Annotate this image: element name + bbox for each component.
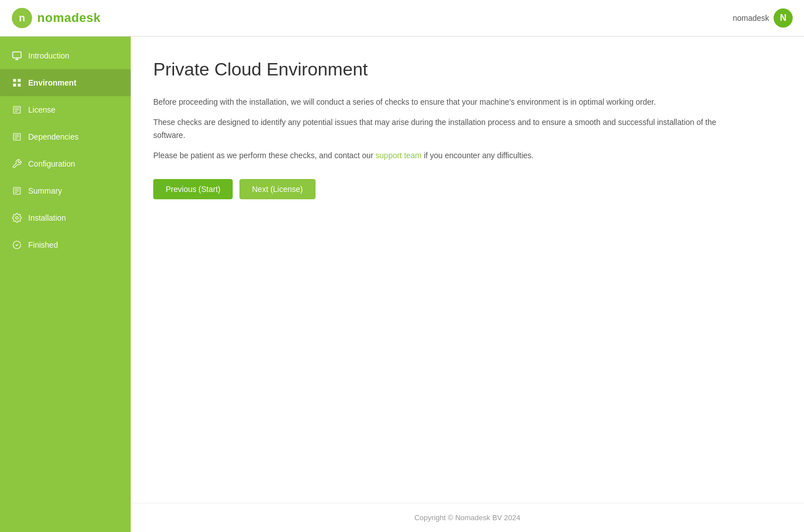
description-paragraph-1: Before proceeding with the installation,…	[153, 96, 745, 108]
svg-rect-2	[13, 52, 21, 58]
sidebar-item-dependencies[interactable]: Dependencies	[0, 123, 131, 150]
avatar: N	[774, 8, 793, 28]
wrench-icon	[11, 158, 23, 169]
previous-button[interactable]: Previous (Start)	[153, 179, 233, 199]
list-icon-license	[11, 104, 23, 115]
username-label: nomadesk	[732, 14, 769, 23]
sidebar-item-installation-label: Installation	[28, 213, 66, 222]
content-body: Private Cloud Environment Before proceed…	[131, 37, 804, 503]
svg-rect-8	[18, 84, 21, 87]
sidebar-item-introduction-label: Introduction	[28, 51, 69, 60]
sidebar-item-environment-label: Environment	[28, 78, 77, 87]
list-icon-dependencies	[11, 131, 23, 142]
support-team-link[interactable]: support team	[376, 151, 422, 160]
top-header: n nomadesk nomadesk N	[0, 0, 804, 37]
monitor-icon	[11, 50, 23, 61]
list-icon-summary	[11, 185, 23, 196]
sidebar-item-dependencies-label: Dependencies	[28, 132, 79, 141]
svg-rect-7	[13, 84, 16, 87]
page-title: Private Cloud Environment	[153, 59, 781, 80]
sidebar-item-finished-label: Finished	[28, 240, 58, 249]
sidebar-item-finished[interactable]: Finished	[0, 231, 131, 258]
sidebar-item-configuration-label: Configuration	[28, 159, 75, 168]
footer-text: Copyright © Nomadesk BV 2024	[414, 513, 520, 522]
sidebar-item-summary[interactable]: Summary	[0, 177, 131, 204]
gear-icon	[11, 212, 23, 223]
description-3-suffix: if you encounter any difficulties.	[421, 151, 534, 160]
sidebar-item-introduction[interactable]: Introduction	[0, 42, 131, 69]
button-row: Previous (Start) Next (License)	[153, 179, 781, 199]
grid-icon	[11, 77, 23, 88]
svg-text:n: n	[19, 12, 25, 24]
main-layout: Introduction Environment License Depende…	[0, 37, 804, 532]
sidebar-item-license[interactable]: License	[0, 96, 131, 123]
description-paragraph-3: Please be patient as we perform these ch…	[153, 149, 745, 162]
logo-text: nomadesk	[37, 11, 101, 25]
sidebar-item-installation[interactable]: Installation	[0, 204, 131, 231]
content-area: Private Cloud Environment Before proceed…	[131, 37, 804, 532]
check-circle-icon	[11, 239, 23, 251]
nomadesk-logo-icon: n	[11, 7, 33, 29]
user-area: nomadesk N	[732, 8, 793, 28]
sidebar-item-configuration[interactable]: Configuration	[0, 150, 131, 177]
description-3-prefix: Please be patient as we perform these ch…	[153, 151, 376, 160]
avatar-letter: N	[780, 13, 787, 23]
next-button[interactable]: Next (License)	[239, 179, 315, 199]
sidebar: Introduction Environment License Depende…	[0, 37, 131, 532]
sidebar-item-summary-label: Summary	[28, 186, 62, 195]
sidebar-item-environment[interactable]: Environment	[0, 69, 131, 96]
svg-rect-5	[13, 79, 16, 82]
logo-area: n nomadesk	[11, 7, 101, 29]
description-paragraph-2: These checks are designed to identify an…	[153, 116, 745, 141]
svg-point-21	[16, 217, 19, 220]
footer: Copyright © Nomadesk BV 2024	[131, 503, 804, 532]
svg-rect-6	[18, 79, 21, 82]
sidebar-item-license-label: License	[28, 105, 55, 114]
